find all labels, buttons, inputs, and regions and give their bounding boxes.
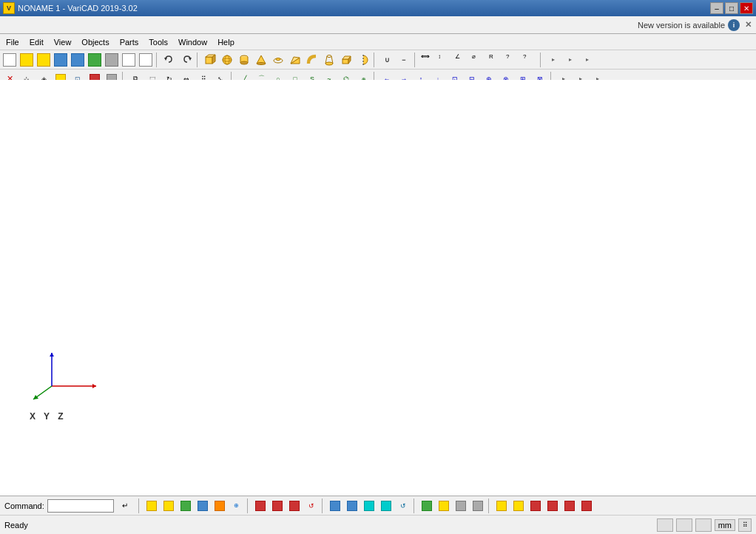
- dims2-button[interactable]: ↕: [436, 52, 453, 68]
- separator-bt4: [488, 498, 491, 513]
- loft-button[interactable]: [321, 52, 337, 68]
- separator-4: [414, 53, 417, 67]
- bt14-button[interactable]: [378, 498, 394, 514]
- bt24-button[interactable]: [561, 498, 578, 514]
- bt17-button[interactable]: [436, 498, 452, 514]
- separator-2: [197, 53, 200, 67]
- paste-button[interactable]: [138, 52, 154, 68]
- box-button[interactable]: [202, 52, 218, 68]
- bt16-button[interactable]: [419, 498, 435, 514]
- save-as-button[interactable]: [70, 52, 86, 68]
- bt8-button[interactable]: [269, 498, 286, 514]
- dims5-button[interactable]: R: [487, 52, 504, 68]
- open-recent-button[interactable]: [36, 52, 52, 68]
- separator-bt1: [247, 498, 250, 513]
- toolbar-1: ∪ − ⟺ ↕ ∠ ⌀ R ? ? ▸ ▸ ▸: [0, 50, 756, 70]
- menu-objects[interactable]: Objects: [77, 36, 113, 49]
- axes-svg: [30, 349, 104, 408]
- menu-file[interactable]: File: [1, 36, 24, 49]
- svg-point-10: [240, 61, 248, 64]
- svg-point-20: [325, 62, 333, 65]
- bt21-button[interactable]: [510, 498, 527, 514]
- svg-point-14: [257, 62, 266, 64]
- bt22-button[interactable]: [527, 498, 544, 514]
- menu-parts[interactable]: Parts: [115, 36, 144, 49]
- command-input[interactable]: [47, 499, 114, 513]
- bt12-button[interactable]: [344, 498, 360, 514]
- title-bar-buttons: – □ ✕: [710, 2, 753, 14]
- separator-bt2: [322, 498, 325, 513]
- more1-button[interactable]: ▸: [545, 52, 561, 68]
- wedge-button[interactable]: [287, 52, 303, 68]
- export-button[interactable]: [87, 52, 103, 68]
- notification-close-button[interactable]: ✕: [743, 20, 753, 30]
- bt20-button[interactable]: [493, 498, 510, 514]
- bt10-button[interactable]: ↺: [303, 498, 320, 514]
- menu-help[interactable]: Help: [213, 36, 239, 49]
- extrude-button[interactable]: [338, 52, 354, 68]
- boolean-button[interactable]: ∪: [379, 52, 395, 68]
- menu-bar: File Edit View Objects Parts Tools Windo…: [0, 34, 756, 50]
- undo-button[interactable]: [161, 52, 178, 68]
- axes-label: X Y Z: [30, 411, 104, 422]
- svg-marker-1: [189, 58, 192, 61]
- bt11-button[interactable]: [327, 498, 343, 514]
- maximize-button[interactable]: □: [725, 2, 738, 14]
- separator-bt3: [414, 498, 416, 513]
- svg-rect-23: [342, 59, 348, 64]
- torus-button[interactable]: [270, 52, 286, 68]
- bottom-toolbar: Command: ↵ ⊕ ↺ ↺: [0, 496, 756, 516]
- bt15-button[interactable]: ↺: [395, 498, 411, 514]
- status-dots-button[interactable]: ⠿: [738, 518, 752, 532]
- bt5-button[interactable]: [212, 498, 228, 514]
- bt4-button[interactable]: [195, 498, 211, 514]
- dims7-button[interactable]: ?: [522, 52, 538, 68]
- more3-button[interactable]: ▸: [579, 52, 595, 68]
- cone-button[interactable]: [253, 52, 269, 68]
- dims4-button[interactable]: ⌀: [470, 52, 487, 68]
- title-bar: V NONAME 1 - VariCAD 2019-3.02 – □ ✕: [0, 0, 756, 16]
- bt18-button[interactable]: [453, 498, 469, 514]
- bt13-button[interactable]: [361, 498, 377, 514]
- bt19-button[interactable]: [470, 498, 486, 514]
- title-bar-left: V NONAME 1 - VariCAD 2019-3.02: [3, 2, 138, 14]
- dims1-button[interactable]: ⟺: [419, 52, 436, 68]
- close-button[interactable]: ✕: [740, 2, 753, 14]
- dims3-button[interactable]: ∠: [453, 52, 470, 68]
- svg-point-16: [276, 58, 280, 60]
- sphere-button[interactable]: [219, 52, 235, 68]
- bottom-area: Command: ↵ ⊕ ↺ ↺: [0, 496, 756, 534]
- separator-1: [156, 53, 159, 67]
- print-button[interactable]: [104, 52, 120, 68]
- bt25-button[interactable]: [578, 498, 595, 514]
- cylinder-button[interactable]: [236, 52, 252, 68]
- revolve-button[interactable]: [355, 52, 371, 68]
- status-indicator-2: [676, 518, 692, 532]
- bt3-button[interactable]: [178, 498, 194, 514]
- save-button[interactable]: [53, 52, 69, 68]
- canvas-area[interactable]: X Y Z: [0, 80, 756, 496]
- notification-bar: New version is available i ✕: [0, 16, 756, 34]
- info-icon: i: [728, 19, 740, 31]
- redo-button[interactable]: [178, 52, 195, 68]
- pipe-button[interactable]: [304, 52, 320, 68]
- bt1-button[interactable]: [144, 498, 160, 514]
- menu-window[interactable]: Window: [174, 36, 212, 49]
- minimize-button[interactable]: –: [710, 2, 723, 14]
- menu-view[interactable]: View: [50, 36, 76, 49]
- subtract-button[interactable]: −: [396, 52, 412, 68]
- menu-edit[interactable]: Edit: [25, 36, 48, 49]
- command-enter-button[interactable]: ↵: [117, 498, 133, 514]
- bt2-button[interactable]: [161, 498, 177, 514]
- bt9-button[interactable]: [286, 498, 303, 514]
- bt6-button[interactable]: ⊕: [229, 498, 245, 514]
- new-button[interactable]: [1, 52, 18, 68]
- dims6-button[interactable]: ?: [504, 52, 521, 68]
- more2-button[interactable]: ▸: [562, 52, 578, 68]
- menu-tools[interactable]: Tools: [144, 36, 172, 49]
- open-button[interactable]: [18, 52, 35, 68]
- bt23-button[interactable]: [544, 498, 561, 514]
- bt7-button[interactable]: [252, 498, 269, 514]
- copy-button[interactable]: [121, 52, 137, 68]
- notification-text: New version is available: [638, 21, 725, 30]
